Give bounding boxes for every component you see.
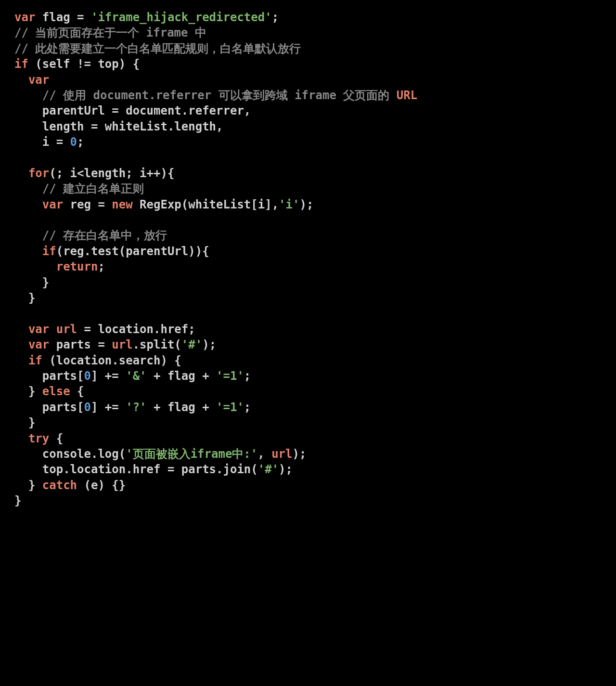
identifier-url: url	[271, 447, 292, 461]
keyword-for: for	[28, 167, 49, 180]
keyword-if: if	[42, 245, 56, 258]
code-text: }	[14, 494, 21, 507]
code-text: (self != top) {	[28, 57, 140, 71]
keyword-if: if	[14, 57, 28, 71]
comment: // 使用 document.referrer 可以拿到跨域 iframe 父页…	[42, 89, 397, 102]
code-text: (; i<length; i++){	[49, 167, 174, 180]
code-text: }	[14, 291, 35, 305]
code-text	[14, 73, 28, 87]
keyword-var: var	[28, 73, 49, 87]
code-text: ;	[98, 260, 104, 273]
keyword-var: var	[28, 323, 49, 336]
code-text: ,	[257, 447, 271, 461]
code-text	[14, 323, 28, 336]
keyword-catch: catch	[42, 479, 77, 492]
code-text: }	[14, 416, 35, 429]
code-text: console.log(	[14, 447, 126, 461]
code-text: ] +=	[91, 401, 126, 414]
code-text: }	[14, 479, 42, 492]
string-literal: '?'	[126, 401, 146, 414]
code-text: {	[70, 385, 84, 398]
code-block: var flag = 'iframe_hijack_redirected'; /…	[0, 0, 616, 518]
code-text: parentUrl = document.referrer,	[14, 104, 251, 117]
code-text: RegExp(whiteList[i],	[133, 198, 279, 211]
code-text: i =	[14, 135, 70, 149]
number-literal: 0	[70, 135, 77, 149]
code-text	[14, 89, 42, 102]
code-text: );	[202, 338, 216, 351]
code-text: ] +=	[91, 369, 126, 383]
code-text	[14, 260, 56, 273]
string-literal: '页面被嵌入iframe中:'	[126, 447, 257, 461]
string-literal: '&'	[126, 369, 146, 383]
code-text: ;	[244, 369, 251, 383]
comment: // 存在白名单中，放行	[42, 229, 167, 242]
code-text: ;	[244, 401, 251, 414]
code-text: {	[49, 432, 63, 445]
code-text: = location.href;	[77, 323, 195, 336]
code-text: flag =	[35, 11, 91, 24]
keyword-var: var	[14, 11, 35, 24]
comment: // 当前页面存在于一个 iframe 中	[14, 26, 206, 39]
code-text	[14, 338, 28, 351]
code-text	[49, 323, 56, 336]
code-text: + flag +	[147, 369, 217, 383]
code-text	[14, 354, 28, 367]
code-text: }	[14, 385, 42, 398]
identifier-url: url	[112, 338, 132, 351]
string-literal: 'iframe_hijack_redirected'	[91, 11, 272, 24]
code-text: + flag +	[147, 401, 217, 414]
code-text: reg =	[63, 198, 112, 211]
code-text: parts[	[14, 401, 84, 414]
keyword-var: var	[42, 198, 63, 211]
code-text	[14, 229, 42, 242]
code-text: (location.search) {	[42, 354, 181, 367]
code-text: );	[279, 463, 293, 476]
comment: // 建立白名单正则	[42, 182, 144, 195]
code-text	[14, 167, 28, 180]
keyword-else: else	[42, 385, 70, 398]
code-text: );	[293, 447, 307, 461]
keyword-new: new	[112, 198, 132, 211]
string-literal: '#'	[181, 338, 202, 351]
comment: // 此处需要建立一个白名单匹配规则，白名单默认放行	[14, 42, 301, 55]
identifier-url: URL	[397, 89, 417, 102]
keyword-var: var	[28, 338, 49, 351]
code-text: ;	[77, 135, 84, 149]
code-text: );	[299, 198, 313, 211]
keyword-return: return	[56, 260, 98, 273]
code-text: parts[	[14, 369, 84, 383]
code-text: .split(	[133, 338, 181, 351]
string-literal: '=1'	[216, 369, 244, 383]
code-text	[14, 198, 42, 211]
code-text	[14, 245, 42, 258]
code-text: top.location.href = parts.join(	[14, 463, 258, 476]
string-literal: '=1'	[216, 401, 244, 414]
number-literal: 0	[84, 369, 91, 383]
keyword-if: if	[28, 354, 42, 367]
code-text: }	[14, 276, 49, 289]
identifier-url: url	[56, 323, 77, 336]
code-text: length = whiteList.length,	[14, 120, 223, 133]
code-text	[14, 182, 42, 195]
code-text: (reg.test(parentUrl)){	[56, 245, 209, 258]
code-text: ;	[272, 11, 279, 24]
code-text: parts =	[49, 338, 112, 351]
keyword-try: try	[28, 432, 49, 445]
number-literal: 0	[84, 401, 91, 414]
code-text	[14, 432, 28, 445]
string-literal: 'i'	[279, 198, 299, 211]
code-text: (e) {}	[77, 479, 126, 492]
string-literal: '#'	[258, 463, 279, 476]
